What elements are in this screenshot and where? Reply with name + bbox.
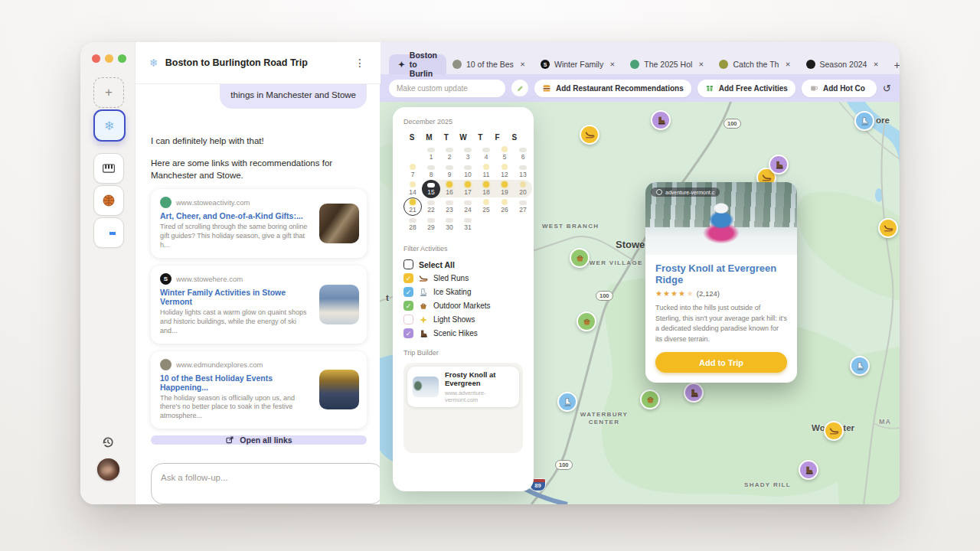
- calendar-day[interactable]: 10: [459, 162, 477, 180]
- outdoor-markets-checkbox[interactable]: ✓: [403, 301, 413, 311]
- calendar-day[interactable]: 24: [459, 197, 477, 215]
- calendar-day[interactable]: 23: [440, 197, 459, 215]
- map-marker-skate[interactable]: [854, 111, 874, 131]
- sun-weather-icon: [501, 146, 508, 152]
- close-window-button[interactable]: [92, 54, 100, 63]
- map-marker-market[interactable]: [640, 390, 660, 409]
- map-marker-sled[interactable]: [824, 421, 844, 441]
- tab-winter-family[interactable]: S Winter Family ✕: [534, 54, 621, 74]
- snowflake-icon: ❄: [104, 119, 114, 133]
- calendar-day[interactable]: 30: [440, 215, 459, 233]
- link-title[interactable]: Art, Cheer, and One-of-a-Kind Gifts:...: [160, 211, 312, 220]
- add-to-trip-button[interactable]: Add to Trip: [655, 352, 787, 373]
- tab-season-2024[interactable]: Season 2024 ✕: [800, 54, 885, 74]
- calendar-day[interactable]: 6: [514, 145, 532, 162]
- sidebar-item-google[interactable]: [93, 217, 124, 248]
- map-marker-sled[interactable]: [878, 218, 898, 238]
- map-marker-skate[interactable]: [850, 356, 870, 376]
- link-title[interactable]: Winter Family Activities in Stowe Vermon…: [160, 288, 312, 306]
- map-marker-skate[interactable]: [557, 392, 577, 412]
- filter-select-all[interactable]: Select All: [403, 259, 523, 269]
- followup-input[interactable]: [151, 463, 381, 504]
- calendar-day[interactable]: 5: [495, 145, 514, 162]
- calendar-day[interactable]: 1: [422, 145, 440, 162]
- open-all-links-button[interactable]: Open all links: [151, 435, 367, 445]
- calendar-day[interactable]: 7: [403, 162, 422, 180]
- filter-scenic-hikes[interactable]: ✓ Scenic Hikes: [403, 328, 523, 338]
- add-restaurants-button[interactable]: Add Restaurant Recommendations: [534, 80, 691, 97]
- close-tab-icon[interactable]: ✕: [609, 60, 615, 68]
- scenic-hikes-checkbox[interactable]: ✓: [403, 328, 413, 338]
- calendar-day[interactable]: 31: [459, 215, 477, 233]
- add-free-activities-button[interactable]: Add Free Activities: [697, 80, 795, 97]
- user-avatar[interactable]: [97, 458, 119, 481]
- map-marker-hike[interactable]: [684, 383, 704, 403]
- close-tab-icon[interactable]: ✕: [698, 60, 704, 68]
- calendar-day[interactable]: 22: [422, 197, 440, 215]
- trip-item-thumbnail: [413, 377, 439, 397]
- sidebar-item-winter-trip-active[interactable]: ❄: [93, 109, 126, 142]
- add-hot-cocoa-button[interactable]: Add Hot Co: [802, 80, 877, 97]
- calendar-day[interactable]: 21: [403, 197, 422, 215]
- calendar-day[interactable]: 3: [459, 145, 477, 162]
- calendar-day[interactable]: 16: [440, 180, 459, 197]
- map-marker-hike[interactable]: [651, 110, 671, 130]
- sled-runs-checkbox[interactable]: ✓: [403, 273, 413, 283]
- map-marker-market[interactable]: [577, 311, 596, 331]
- new-tab-button[interactable]: +: [894, 59, 900, 71]
- calendar-day[interactable]: 26: [495, 197, 514, 215]
- sidebar-item-piano[interactable]: [93, 153, 124, 184]
- tab-catch-the[interactable]: Catch the Th ✕: [713, 54, 796, 74]
- trip-item-frosty-knoll[interactable]: Frosty Knoll at Evergreen www.adventure-…: [407, 367, 519, 407]
- calendar-day[interactable]: 9: [440, 162, 459, 180]
- sparkle-icon: ✦: [398, 60, 405, 69]
- filter-light-shows[interactable]: Light Shows: [403, 315, 523, 324]
- custom-update-input[interactable]: [389, 80, 505, 97]
- calendar-day[interactable]: 25: [477, 197, 495, 215]
- calendar-day[interactable]: 20: [514, 180, 532, 197]
- calendar-day[interactable]: 19: [495, 180, 514, 197]
- link-title[interactable]: 10 of the Best Holiday Events Happening.…: [160, 373, 312, 392]
- map-marker-hike[interactable]: [769, 155, 789, 174]
- select-all-checkbox[interactable]: [403, 259, 413, 269]
- filter-outdoor-markets[interactable]: ✓ Outdoor Markets: [403, 301, 523, 311]
- zoom-window-button[interactable]: [118, 54, 126, 63]
- link-card-edmundexplores[interactable]: www.edmundexplores.com 10 of the Best Ho…: [151, 351, 367, 429]
- light-shows-checkbox[interactable]: [403, 315, 413, 324]
- calendar-day[interactable]: 4: [477, 145, 495, 162]
- calendar-day[interactable]: 12: [495, 162, 514, 180]
- tab-2025-holiday[interactable]: The 2025 Hol ✕: [624, 54, 710, 74]
- calendar-day[interactable]: 15: [422, 180, 440, 197]
- ice-skating-checkbox[interactable]: ✓: [403, 287, 413, 297]
- calendar-day[interactable]: 2: [440, 145, 459, 162]
- calendar-day[interactable]: 8: [422, 162, 440, 180]
- calendar-day[interactable]: 29: [422, 215, 440, 233]
- calendar-day[interactable]: 18: [477, 180, 495, 197]
- calendar-day[interactable]: 28: [403, 215, 422, 233]
- close-tab-icon[interactable]: ✕: [873, 60, 878, 68]
- undo-icon[interactable]: ↺: [883, 83, 891, 94]
- calendar-day[interactable]: 17: [459, 180, 477, 197]
- calendar-day[interactable]: 27: [514, 197, 532, 215]
- map-marker-hike[interactable]: [799, 460, 818, 480]
- history-button[interactable]: [101, 435, 115, 449]
- link-card-stoweactivity[interactable]: www.stoweactivity.com Art, Cheer, and On…: [151, 189, 367, 258]
- minimize-window-button[interactable]: [105, 54, 113, 63]
- close-tab-icon[interactable]: ✕: [785, 60, 790, 68]
- filter-ice-skating[interactable]: ✓ Ice Skating: [403, 287, 523, 297]
- map-marker-market[interactable]: [570, 248, 590, 268]
- link-card-stowehere[interactable]: Swww.stowehere.com Winter Family Activit…: [151, 266, 367, 344]
- calendar-day[interactable]: 14: [403, 180, 422, 197]
- edit-button[interactable]: [511, 80, 528, 96]
- map-marker-sled[interactable]: [580, 125, 599, 145]
- filter-sled-runs[interactable]: ✓ Sled Runs: [403, 273, 523, 283]
- calendar-day[interactable]: 13: [514, 162, 532, 180]
- calendar-day[interactable]: 11: [477, 162, 495, 180]
- tab-10-of-the-best[interactable]: 10 of the Bes ✕: [446, 54, 531, 74]
- route-shield: 100: [596, 291, 613, 301]
- sidebar-item-basketball[interactable]: [93, 185, 124, 216]
- new-project-button[interactable]: +: [93, 77, 124, 108]
- tab-boston-to-burlington[interactable]: ✦ Boston to Burlin: [389, 54, 446, 74]
- chat-menu-button[interactable]: ⋮: [350, 55, 370, 70]
- close-tab-icon[interactable]: ✕: [520, 60, 525, 68]
